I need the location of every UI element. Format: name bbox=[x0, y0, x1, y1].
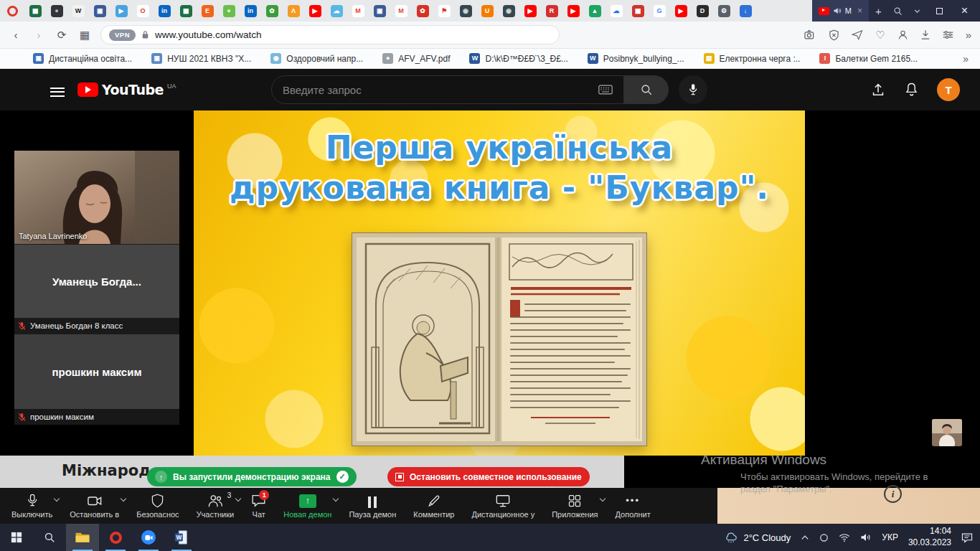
bookmark-item[interactable]: ▤Електронна черга :.. bbox=[704, 53, 801, 64]
zoom-stop-video-button[interactable]: Остановить в bbox=[61, 488, 128, 524]
send-to-device-icon[interactable] bbox=[852, 29, 863, 40]
keyboard-icon[interactable] bbox=[598, 85, 613, 95]
tab-favicon[interactable]: ☁ bbox=[611, 5, 623, 17]
bookmark-item[interactable]: WPosibnyk_bullying_... bbox=[588, 53, 684, 64]
tab-favicon[interactable]: ⚙ bbox=[718, 5, 730, 17]
reload-icon[interactable]: ⟳ bbox=[55, 29, 69, 42]
tab-favicon[interactable]: M bbox=[352, 5, 364, 17]
bookmark-heart-icon[interactable]: ♡ bbox=[875, 29, 885, 42]
action-center-icon[interactable] bbox=[961, 532, 973, 543]
settings-sliders-icon[interactable] bbox=[943, 30, 953, 39]
tab-list-chevron-icon[interactable] bbox=[908, 0, 927, 22]
downloads-icon[interactable] bbox=[920, 29, 930, 40]
taskbar-search-button[interactable] bbox=[33, 524, 66, 551]
avatar[interactable]: T bbox=[937, 78, 960, 101]
tab-favicon[interactable]: ✿ bbox=[266, 5, 278, 17]
tab-favicon[interactable]: ● bbox=[223, 5, 235, 17]
tab-favicon[interactable]: W bbox=[72, 5, 85, 17]
zoom-pause-share-button[interactable]: Пауза демон bbox=[340, 488, 405, 524]
url-field[interactable]: VPN www.youtube.com/watch bbox=[100, 25, 560, 44]
bookmarks-overflow-icon[interactable]: » bbox=[963, 53, 969, 65]
zoom-new-share-button[interactable]: ↑ Новая демон bbox=[275, 488, 340, 524]
tab-favicon[interactable]: ▲ bbox=[589, 5, 601, 17]
info-button[interactable]: i bbox=[884, 485, 902, 503]
tab-search-icon[interactable] bbox=[888, 0, 908, 22]
tab-favicon[interactable]: ↓ bbox=[740, 5, 752, 17]
vpn-badge[interactable]: VPN bbox=[109, 29, 136, 41]
zoom-mute-button[interactable]: Выключить bbox=[3, 488, 61, 524]
keyboard-language[interactable]: УКР bbox=[882, 532, 898, 542]
participant-tile[interactable]: прошкин максим прошкин максим bbox=[14, 334, 179, 425]
profile-icon[interactable] bbox=[897, 29, 908, 40]
snapshot-camera-icon[interactable] bbox=[804, 29, 816, 40]
forward-icon[interactable]: › bbox=[32, 29, 46, 41]
zoom-more-button[interactable]: ••• Дополнит bbox=[607, 488, 659, 524]
start-button[interactable] bbox=[0, 524, 33, 551]
tab-favicon[interactable]: D bbox=[697, 5, 709, 17]
tab-favicon[interactable]: U bbox=[481, 5, 494, 17]
taskbar-file-explorer[interactable] bbox=[66, 524, 99, 551]
tab-favicon[interactable]: ▶ bbox=[116, 5, 128, 17]
tab-favicon[interactable]: ▣ bbox=[374, 5, 386, 17]
adblock-shield-icon[interactable] bbox=[829, 29, 839, 41]
voice-search-button[interactable] bbox=[679, 75, 707, 104]
tab-favicon[interactable]: in bbox=[245, 5, 257, 17]
active-tab[interactable]: M × bbox=[812, 0, 869, 22]
back-icon[interactable]: ‹ bbox=[9, 29, 23, 41]
tab-favicon[interactable]: ▶ bbox=[524, 5, 537, 17]
speaker-icon[interactable] bbox=[860, 532, 872, 542]
search-button[interactable] bbox=[624, 75, 669, 104]
chevron-up-icon[interactable] bbox=[121, 496, 126, 501]
tab-favicon[interactable]: G bbox=[654, 5, 666, 17]
tab-favicon[interactable]: ▶ bbox=[567, 5, 580, 17]
weather-widget[interactable]: 2°C Cloudy bbox=[724, 532, 791, 543]
tray-circle-icon[interactable] bbox=[819, 533, 829, 542]
chevron-up-icon[interactable] bbox=[599, 496, 605, 501]
bookmark-item[interactable]: IБалетки Gem 2165... bbox=[819, 53, 918, 64]
upload-icon[interactable] bbox=[870, 82, 886, 98]
tab-favicon[interactable]: M bbox=[395, 5, 407, 17]
taskbar-clock[interactable]: 14:04 30.03.2023 bbox=[908, 526, 951, 548]
tab-favicon[interactable]: ◉ bbox=[460, 5, 472, 17]
hamburger-menu-icon[interactable] bbox=[50, 85, 65, 99]
zoom-participants-button[interactable]: 3 Участники bbox=[188, 488, 243, 524]
zoom-security-button[interactable]: Безопаснос bbox=[128, 488, 187, 524]
tab-favicon[interactable]: R bbox=[546, 5, 558, 17]
zoom-chat-button[interactable]: 1 Чат bbox=[242, 488, 275, 524]
bookmark-item[interactable]: WD:\k\Đ™Đ£Đ¨\3_Đ£... bbox=[469, 53, 567, 64]
bookmark-item[interactable]: ◉Оздоровчий напр... bbox=[270, 53, 363, 64]
chevron-up-icon[interactable] bbox=[54, 496, 60, 501]
video-player[interactable]: Перша українська друкована книга - "Букв… bbox=[0, 110, 980, 456]
tab-favicon[interactable]: O bbox=[137, 5, 149, 17]
speed-dial-icon[interactable]: ▦ bbox=[77, 29, 92, 42]
zoom-remote-control-button[interactable]: Дистанционное у bbox=[463, 488, 543, 524]
bookmark-item[interactable]: ▣Дистанційна освіта... bbox=[33, 53, 132, 64]
bookmark-item[interactable]: ▣НУШ 2021 КВНЗ "Х... bbox=[151, 53, 251, 64]
tab-favicon[interactable]: ✿ bbox=[417, 5, 429, 17]
tab-favicon[interactable]: ◉ bbox=[503, 5, 515, 17]
tab-favicon[interactable]: E bbox=[202, 5, 214, 17]
new-tab-button[interactable]: + bbox=[869, 0, 888, 22]
participant-video-tile[interactable]: Tatyana Lavrinenko bbox=[14, 151, 179, 244]
chevron-up-icon[interactable] bbox=[235, 496, 241, 501]
wifi-icon[interactable] bbox=[839, 533, 850, 542]
tab-favicon[interactable]: ▶ bbox=[675, 5, 687, 17]
zoom-apps-button[interactable]: Приложения bbox=[543, 488, 606, 524]
tab-favicon[interactable]: ▣ bbox=[94, 5, 106, 17]
search-input[interactable] bbox=[283, 84, 591, 96]
tab-favicon[interactable]: ● bbox=[51, 5, 63, 17]
picture-in-picture-thumbnail[interactable] bbox=[932, 419, 962, 446]
youtube-logo[interactable]: YouTube UA bbox=[77, 82, 176, 98]
tab-favicon[interactable]: in bbox=[159, 5, 171, 17]
taskbar-word[interactable]: W bbox=[165, 524, 198, 551]
taskbar-opera[interactable] bbox=[99, 524, 132, 551]
zoom-annotate-button[interactable]: Комментир bbox=[405, 488, 463, 524]
restore-window-button[interactable] bbox=[927, 0, 952, 22]
tab-favicon[interactable]: ▦ bbox=[632, 5, 644, 17]
chevron-up-icon[interactable] bbox=[333, 496, 339, 501]
tab-favicon[interactable]: ▦ bbox=[29, 5, 42, 17]
tab-favicon[interactable]: Λ bbox=[288, 5, 300, 17]
taskbar-zoom[interactable] bbox=[132, 524, 165, 551]
hidden-icons-chevron[interactable] bbox=[801, 534, 809, 541]
tab-favicon[interactable]: ▦ bbox=[180, 5, 192, 17]
